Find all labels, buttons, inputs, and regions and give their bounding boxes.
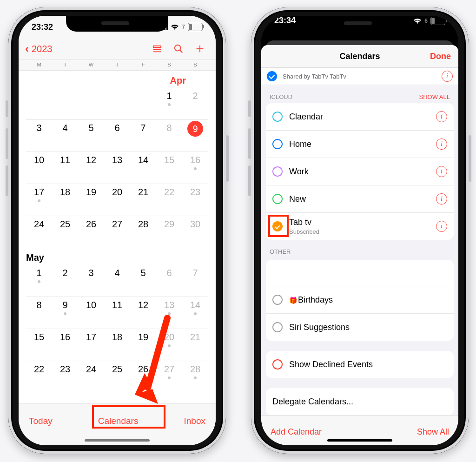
done-button[interactable]: Done	[430, 52, 451, 61]
calendar-day[interactable]: 18	[52, 184, 78, 216]
calendar-day[interactable]: 16	[182, 152, 208, 184]
color-ring-icon[interactable]	[272, 112, 283, 122]
color-ring-icon[interactable]	[272, 194, 283, 204]
calendar-day[interactable]: 11	[104, 297, 130, 329]
add-event-icon[interactable]	[191, 40, 209, 58]
calendar-day	[130, 88, 156, 119]
calendar-row[interactable]: Newi	[266, 185, 454, 212]
battery-percent: 6	[424, 18, 428, 24]
color-ring-icon[interactable]	[272, 139, 283, 149]
home-indicator[interactable]	[85, 439, 150, 442]
battery-icon	[430, 17, 445, 25]
search-icon[interactable]	[169, 40, 188, 58]
calendar-day[interactable]: 8	[26, 297, 52, 329]
add-calendar-button[interactable]: Add Calendar	[271, 427, 322, 437]
calendar-day[interactable]: 23	[52, 361, 78, 393]
calendar-day[interactable]: 17	[78, 329, 104, 361]
calendar-day[interactable]: 10	[78, 297, 104, 329]
calendar-day[interactable]: 5	[130, 265, 156, 297]
calendar-day[interactable]: 28	[130, 216, 156, 248]
delegate-calendars-row[interactable]: Delegate Calendars...	[266, 388, 454, 415]
info-icon[interactable]: i	[436, 166, 447, 177]
back-year[interactable]: 2023	[32, 44, 53, 54]
calendar-row[interactable]: Siri Suggestions	[266, 313, 454, 341]
calendar-day[interactable]: 24	[26, 216, 52, 248]
calendar-day[interactable]: 12	[78, 152, 104, 184]
info-icon[interactable]: i	[442, 71, 453, 82]
calendar-day[interactable]: 27	[104, 216, 130, 248]
calendar-day[interactable]: 29	[156, 216, 182, 248]
calendar-day[interactable]: 15	[156, 152, 182, 184]
color-ring-icon[interactable]	[272, 295, 283, 305]
calendar-day[interactable]: 1	[156, 88, 182, 119]
calendar-day[interactable]: 9	[52, 297, 78, 329]
today-button[interactable]: Today	[29, 416, 53, 426]
calendar-day[interactable]: 25	[104, 361, 130, 393]
calendar-day[interactable]: 22	[156, 184, 182, 216]
icloud-show-all[interactable]: SHOW ALL	[419, 93, 450, 100]
color-ring-icon[interactable]	[272, 322, 283, 332]
calendar-day[interactable]: 25	[52, 216, 78, 248]
calendar-body[interactable]: Apr 123456789101112131415161718192021222…	[19, 71, 216, 403]
calendar-day[interactable]: 4	[52, 120, 78, 152]
show-all-button[interactable]: Show All	[417, 427, 449, 437]
home-indicator[interactable]	[327, 439, 392, 442]
calendar-day[interactable]: 26	[78, 216, 104, 248]
calendar-day[interactable]: 6	[104, 120, 130, 152]
info-icon[interactable]: i	[436, 221, 447, 232]
calendar-day[interactable]: 21	[130, 184, 156, 216]
calendar-day[interactable]: 24	[78, 361, 104, 393]
inbox-button[interactable]: Inbox	[184, 416, 205, 426]
calendar-day[interactable]: 4	[104, 265, 130, 297]
calendar-day[interactable]: 19	[130, 329, 156, 361]
calendar-day[interactable]: 8	[156, 120, 182, 152]
info-icon[interactable]: i	[436, 139, 447, 150]
shared-calendar-row[interactable]: Shared by TabTv TabTv i	[261, 68, 458, 85]
calendar-day[interactable]: 10	[26, 152, 52, 184]
calendar-row[interactable]: Claendari	[266, 103, 454, 130]
calendar-day[interactable]: 17	[26, 184, 52, 216]
calendar-day[interactable]: 3	[78, 265, 104, 297]
info-icon[interactable]: i	[436, 193, 447, 205]
calendar-day[interactable]: 27	[156, 361, 182, 393]
info-icon[interactable]: i	[436, 111, 447, 122]
calendar-day[interactable]: 14	[130, 152, 156, 184]
color-ring-icon[interactable]	[272, 166, 283, 177]
back-chevron-icon[interactable]: ‹	[25, 43, 29, 54]
calendar-day[interactable]: 23	[182, 184, 208, 216]
calendar-row[interactable]: Homei	[266, 130, 454, 158]
calendar-day[interactable]: 13	[156, 297, 182, 329]
calendar-day[interactable]: 7	[182, 265, 208, 297]
calendar-row[interactable]: Worki	[266, 158, 454, 185]
calendar-day[interactable]: 18	[104, 329, 130, 361]
calendar-day[interactable]: 16	[52, 329, 78, 361]
show-declined-row[interactable]: Show Declined Events	[266, 351, 454, 378]
calendar-day[interactable]: 1	[26, 265, 52, 297]
calendar-day[interactable]: 20	[156, 329, 182, 361]
event-dot-icon	[168, 344, 171, 347]
calendar-day[interactable]: 20	[104, 184, 130, 216]
calendar-day[interactable]: 21	[182, 329, 208, 361]
calendar-day[interactable]: 5	[78, 120, 104, 152]
calendar-day	[104, 88, 130, 119]
calendar-day[interactable]: 30	[182, 216, 208, 248]
calendar-day[interactable]: 15	[26, 329, 52, 361]
list-view-icon[interactable]	[148, 40, 166, 58]
calendar-day[interactable]: 12	[130, 297, 156, 329]
calendar-day[interactable]: 19	[78, 184, 104, 216]
calendar-day[interactable]: 11	[52, 152, 78, 184]
calendar-day[interactable]: 26	[130, 361, 156, 393]
sheet-body[interactable]: Shared by TabTv TabTv i ICLOUD SHOW ALL …	[261, 68, 458, 415]
calendar-day[interactable]: 6	[156, 265, 182, 297]
calendar-row[interactable]: 🎁Birthdays	[266, 286, 454, 313]
calendar-day[interactable]: 2	[52, 265, 78, 297]
calendar-day[interactable]: 2	[182, 88, 208, 119]
calendar-day[interactable]: 3	[26, 120, 52, 152]
calendar-day[interactable]: 14	[182, 297, 208, 329]
calendar-day[interactable]: 7	[130, 120, 156, 152]
calendar-day[interactable]: 13	[104, 152, 130, 184]
calendar-day[interactable]: 28	[182, 361, 208, 393]
calendar-row[interactable]: Tab tvSubscribedi	[266, 212, 454, 240]
calendar-day[interactable]: 22	[26, 361, 52, 393]
calendar-day[interactable]: 9	[182, 120, 208, 152]
